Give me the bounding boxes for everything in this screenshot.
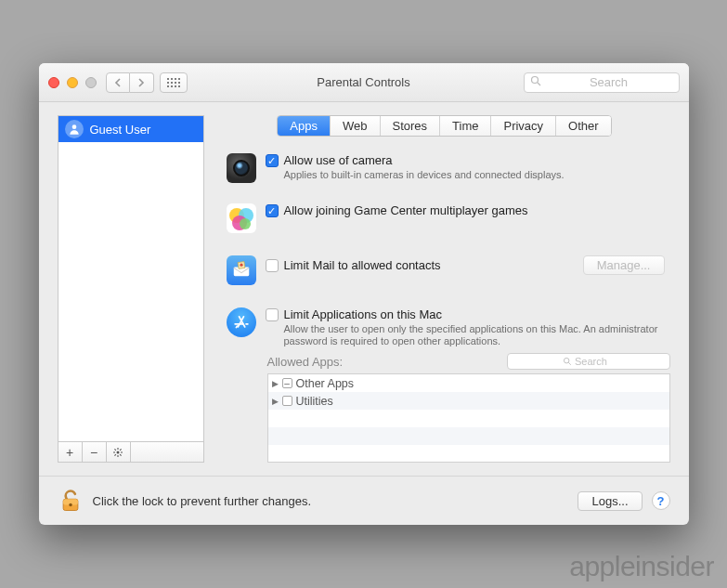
search-input[interactable] [545,75,673,89]
camera-icon [227,153,256,183]
disclosure-icon: ▶ [272,379,279,388]
apps-label: Limit Applications on this Mac [284,307,443,321]
svg-point-0 [531,77,538,84]
gamecenter-checkbox[interactable]: ✓ [266,204,279,217]
remove-user-button[interactable]: − [83,442,107,462]
camera-checkbox[interactable]: ✓ [266,154,279,167]
svg-line-20 [239,317,244,327]
svg-line-23 [236,326,237,328]
zoom-icon [85,77,97,88]
avatar [65,120,84,138]
allowed-apps-label: Allowed Apps: [267,355,344,369]
allowed-apps-search-input [575,356,614,367]
appstore-icon [227,307,256,337]
gamecenter-label: Allow joining Game Center multiplayer ga… [284,203,528,217]
apps-desc: Allow the user to open only the specifie… [284,323,665,347]
user-list[interactable]: Guest User [58,115,204,442]
disclosure-icon: ▶ [272,397,279,406]
titlebar-search[interactable] [524,72,680,93]
titlebar: Parental Controls [39,63,689,102]
svg-point-3 [117,451,120,453]
body: Guest User + − Apps Web Stores [39,102,689,476]
svg-line-10 [114,454,115,455]
tab-stores[interactable]: Stores [381,116,441,136]
svg-point-15 [240,218,251,229]
user-actions-button[interactable] [107,442,131,462]
section-apps: Limit Applications on this Mac Allow the… [219,294,670,347]
tab-privacy[interactable]: Privacy [491,116,556,136]
section-gamecenter: ✓ Allow joining Game Center multiplayer … [219,192,670,242]
svg-line-8 [114,449,115,450]
footer: Click the lock to prevent further change… [39,476,689,525]
tab-other[interactable]: Other [556,116,611,136]
svg-point-24 [564,358,569,363]
window: Parental Controls Guest User + − [39,63,689,525]
lock-text: Click the lock to prevent further change… [93,494,312,508]
mail-icon [227,255,256,285]
allowed-apps-search [507,353,670,370]
tree-row-other-apps: ▶ Other Apps [268,374,669,392]
tree-label: Other Apps [296,377,355,390]
nav-buttons [106,72,154,93]
manage-button: Manage... [583,255,665,275]
gamecenter-icon [227,203,256,233]
tab-apps[interactable]: Apps [278,116,331,136]
allowed-apps-box: Allowed Apps: ▶ Other Apps ▶ [267,353,670,463]
svg-line-11 [120,449,121,450]
add-user-button[interactable]: + [58,442,83,462]
svg-line-25 [568,362,570,364]
tab-time[interactable]: Time [440,116,491,136]
mail-checkbox[interactable] [266,259,279,272]
traffic-lights [48,77,97,88]
svg-line-1 [538,83,540,85]
logs-button[interactable]: Logs... [578,491,642,511]
minimize-icon[interactable] [67,77,78,88]
camera-label: Allow use of camera [284,153,393,167]
svg-line-19 [238,317,243,327]
close-icon[interactable] [48,77,59,88]
sidebar-item-guest-user[interactable]: Guest User [58,116,203,142]
main: Apps Web Stores Time Privacy Other ✓ All… [219,115,670,463]
search-icon [563,357,572,366]
sidebar: Guest User + − [58,115,204,463]
section-mail: Limit Mail to allowed contacts Manage... [219,242,670,294]
lock-icon[interactable] [58,488,84,514]
list-footer: + − [58,442,204,463]
mail-label: Limit Mail to allowed contacts [284,258,441,272]
apps-checkbox[interactable] [266,308,279,321]
search-icon [530,75,541,89]
user-name-label: Guest User [90,123,151,137]
tree-row-utilities: ▶ Utilities [268,392,669,410]
tree-checkbox [282,396,292,406]
svg-point-28 [69,503,72,507]
gear-icon [112,447,123,458]
watermark: appleinsider [569,551,714,582]
tabs: Apps Web Stores Time Privacy Other [277,115,611,137]
svg-line-9 [120,454,121,455]
tree-checkbox [282,378,292,388]
back-button[interactable] [106,72,130,93]
tree-label: Utilities [296,395,333,408]
camera-desc: Applies to built-in cameras in devices a… [284,169,665,181]
forward-button[interactable] [130,72,154,93]
section-camera: ✓ Allow use of camera Applies to built-i… [219,150,670,192]
svg-point-18 [240,264,242,267]
tab-web[interactable]: Web [331,116,381,136]
help-button[interactable]: ? [652,491,670,510]
svg-point-2 [71,124,76,129]
grid-icon [167,78,180,87]
allowed-apps-tree: ▶ Other Apps ▶ Utilities [267,373,670,463]
show-all-button[interactable] [160,72,188,93]
